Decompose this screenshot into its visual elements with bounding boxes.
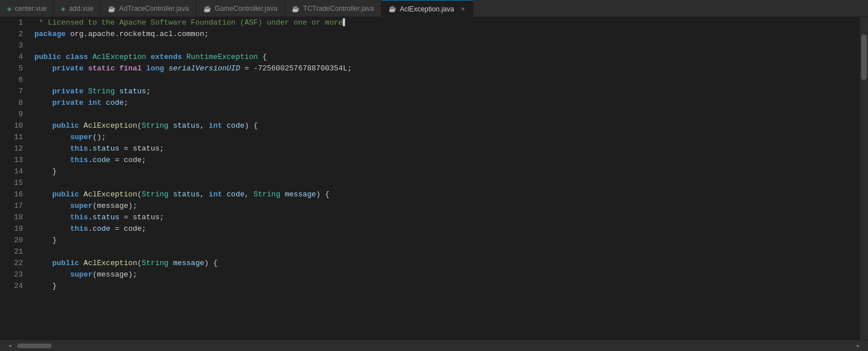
line-number: 15 xyxy=(0,178,23,189)
line-number: 22 xyxy=(0,258,23,269)
java-file-icon: ☕ xyxy=(388,5,396,13)
line-number: 17 xyxy=(0,200,23,212)
code-line xyxy=(34,246,860,258)
code-line: public AclException(String message) { xyxy=(34,258,860,269)
editor-area: 123456789101112131415161718192021222324 … xyxy=(0,17,868,340)
tab-bar: ◈center.vue◈add.vue☕AdTraceController.ja… xyxy=(0,0,868,17)
tab-adtrace-controller[interactable]: ☕AdTraceController.java xyxy=(101,0,197,17)
line-number: 21 xyxy=(0,246,23,258)
java-file-icon: ☕ xyxy=(203,5,211,13)
code-line: super(message); xyxy=(34,269,860,281)
code-line: } xyxy=(34,166,860,178)
tab-center-vue[interactable]: ◈center.vue xyxy=(0,0,54,17)
code-line: private static final long serialVersionU… xyxy=(34,63,860,74)
tab-label: TCTradeController.java xyxy=(303,5,374,13)
code-line: private String status; xyxy=(34,86,860,97)
line-number: 2 xyxy=(0,29,23,40)
tab-label: AdTraceController.java xyxy=(119,5,189,13)
tab-game-controller[interactable]: ☕GameController.java xyxy=(197,0,285,17)
tab-close-button[interactable]: × xyxy=(459,5,466,13)
code-line: public AclException(String status, int c… xyxy=(34,120,860,132)
line-number: 12 xyxy=(0,143,23,155)
scroll-right-arrow[interactable]: ▸ xyxy=(854,342,862,349)
line-number: 18 xyxy=(0,212,23,223)
code-line: this.code = code; xyxy=(34,155,860,166)
bottom-bar: ◂ ▸ xyxy=(0,340,868,351)
code-line xyxy=(34,109,860,120)
line-number: 5 xyxy=(0,63,23,74)
line-number: 4 xyxy=(0,52,23,63)
code-line: package org.apache.rocketmq.acl.common; xyxy=(34,29,860,40)
line-number: 1 xyxy=(0,17,23,29)
code-line: } xyxy=(34,281,860,292)
line-number: 19 xyxy=(0,223,23,235)
scroll-left-arrow[interactable]: ◂ xyxy=(6,342,14,349)
code-line xyxy=(34,74,860,86)
line-number: 23 xyxy=(0,269,23,281)
line-number: 20 xyxy=(0,235,23,246)
code-line: this.code = code; xyxy=(34,223,860,235)
code-line: super(); xyxy=(34,132,860,143)
code-line: this.status = status; xyxy=(34,143,860,155)
tab-label: AclException.java xyxy=(400,5,454,13)
code-line: } xyxy=(34,235,860,246)
code-content[interactable]: * Licensed to the Apache Software Founda… xyxy=(29,17,860,340)
code-line xyxy=(34,40,860,52)
line-number: 6 xyxy=(0,74,23,86)
code-line: * Licensed to the Apache Software Founda… xyxy=(34,17,860,29)
code-line: super(message); xyxy=(34,200,860,212)
code-line: public class AclException extends Runtim… xyxy=(34,52,860,63)
editor-container: ◈center.vue◈add.vue☕AdTraceController.ja… xyxy=(0,0,868,351)
line-number: 10 xyxy=(0,120,23,132)
code-line: public AclException(String status, int c… xyxy=(34,189,860,200)
line-number: 24 xyxy=(0,281,23,292)
tab-label: center.vue xyxy=(15,5,46,13)
line-numbers: 123456789101112131415161718192021222324 xyxy=(0,17,29,340)
horizontal-scrollbar-thumb[interactable] xyxy=(17,344,52,348)
code-line: private int code; xyxy=(34,97,860,109)
tab-add-vue[interactable]: ◈add.vue xyxy=(54,0,101,17)
java-file-icon: ☕ xyxy=(108,5,116,13)
vertical-scrollbar-thumb[interactable] xyxy=(861,34,867,80)
line-number: 14 xyxy=(0,166,23,178)
line-number: 9 xyxy=(0,109,23,120)
vue-file-icon: ◈ xyxy=(7,5,11,13)
tab-label: GameController.java xyxy=(215,5,277,13)
tab-acl-exception[interactable]: ☕AclException.java× xyxy=(382,0,474,17)
vertical-scrollbar[interactable] xyxy=(860,17,868,340)
line-number: 7 xyxy=(0,86,23,97)
line-number: 11 xyxy=(0,132,23,143)
line-number: 16 xyxy=(0,189,23,200)
code-line: this.status = status; xyxy=(34,212,860,223)
line-number: 8 xyxy=(0,97,23,109)
vue-file-icon: ◈ xyxy=(61,5,65,13)
tab-tctrade-controller[interactable]: ☕TCTradeController.java xyxy=(285,0,382,17)
line-number: 13 xyxy=(0,155,23,166)
code-line xyxy=(34,178,860,189)
horizontal-scrollbar[interactable] xyxy=(14,343,854,349)
tab-label: add.vue xyxy=(69,5,93,13)
java-file-icon: ☕ xyxy=(292,5,300,13)
line-number: 3 xyxy=(0,40,23,52)
